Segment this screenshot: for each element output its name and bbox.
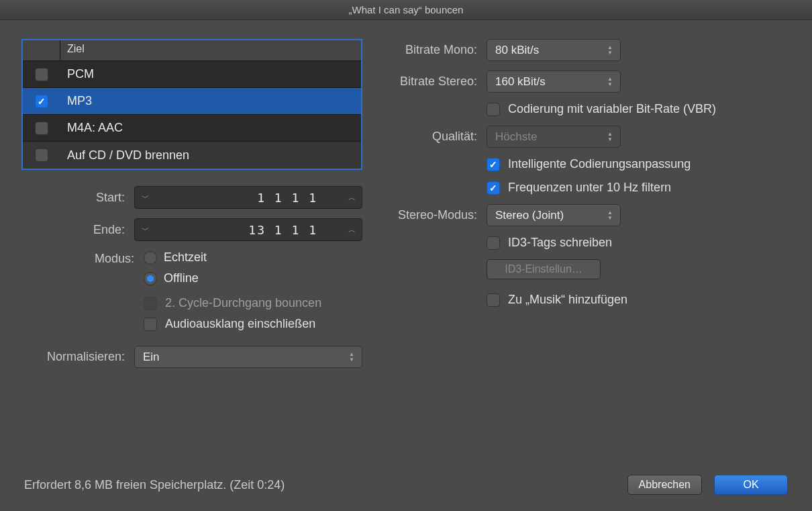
bitrate-stereo-select[interactable]: 160 kBit/s ▲▼ <box>487 71 621 93</box>
modus-realtime-radio[interactable] <box>144 251 157 265</box>
stereo-mode-label: Stereo-Modus: <box>376 208 487 222</box>
destination-row-pcm[interactable]: PCM <box>23 61 361 88</box>
destination-row-mp3[interactable]: MP3 <box>23 88 361 115</box>
cancel-button[interactable]: Abbrechen <box>627 475 702 495</box>
modus-label: Modus: <box>21 250 144 266</box>
start-value[interactable]: 1 1 1 1 <box>155 191 342 205</box>
smart-encode-checkbox[interactable] <box>487 158 500 171</box>
destination-label-cddvd: Auf CD / DVD brennen <box>60 148 361 162</box>
destination-label-mp3: MP3 <box>60 94 361 108</box>
cycle2-option: 2. Cycle-Durchgang bouncen <box>144 296 362 310</box>
smart-encode-label: Intelligente Codierungsanpassung <box>508 157 691 171</box>
bitrate-mono-label: Bitrate Mono: <box>376 43 487 57</box>
normalize-value: Ein <box>143 351 160 364</box>
destination-checkbox-mp3[interactable] <box>35 95 48 108</box>
chevron-updown-icon: ▲▼ <box>605 74 615 89</box>
add-to-music-checkbox[interactable] <box>487 293 500 307</box>
quality-select: Höchste ▲▼ <box>487 126 621 148</box>
quality-label: Qualität: <box>376 130 487 144</box>
start-stepper[interactable]: ﹀ 1 1 1 1 ︿ <box>134 186 362 209</box>
end-increment-icon[interactable]: ︿ <box>342 219 362 240</box>
destination-row-m4a[interactable]: M4A: AAC <box>23 115 361 142</box>
destination-checkbox-m4a[interactable] <box>35 122 48 135</box>
end-label: Ende: <box>21 223 134 237</box>
id3-write-checkbox[interactable] <box>487 236 500 250</box>
stereo-mode-value: Stereo (Joint) <box>495 209 564 222</box>
id3-write-option[interactable]: ID3-Tags schreiben <box>487 236 612 250</box>
add-to-music-option[interactable]: Zu „Musik“ hinzufügen <box>487 293 627 307</box>
id3-settings-button: ID3-Einstellun… <box>487 259 601 279</box>
vbr-checkbox[interactable] <box>487 103 500 116</box>
modus-offline-label: Offline <box>164 271 199 285</box>
filter-10hz-option[interactable]: Frequenzen unter 10 Hz filtern <box>487 181 671 195</box>
vbr-option[interactable]: Codierung mit variabler Bit-Rate (VBR) <box>487 102 716 116</box>
filter-10hz-checkbox[interactable] <box>487 181 500 195</box>
cycle2-label: 2. Cycle-Durchgang bouncen <box>165 296 321 310</box>
destination-header-label: Ziel <box>60 40 361 60</box>
audiotail-label: Audioausklang einschließen <box>165 317 315 331</box>
destination-header: Ziel <box>23 40 361 61</box>
start-decrement-icon[interactable]: ﹀ <box>135 187 155 208</box>
add-to-music-label: Zu „Musik“ hinzufügen <box>508 293 627 307</box>
bitrate-stereo-value: 160 kBit/s <box>495 75 546 89</box>
modus-realtime-label: Echtzeit <box>164 250 207 265</box>
chevron-updown-icon: ▲▼ <box>605 42 615 58</box>
destination-label-m4a: M4A: AAC <box>60 121 361 135</box>
chevron-updown-icon: ▲▼ <box>605 129 615 144</box>
ok-button[interactable]: OK <box>714 475 788 495</box>
bitrate-mono-value: 80 kBit/s <box>495 44 539 57</box>
chevron-updown-icon: ▲▼ <box>605 207 615 223</box>
window-titlebar: „What I can say“ bouncen <box>0 0 812 20</box>
modus-realtime-option[interactable]: Echtzeit <box>144 250 362 265</box>
start-label: Start: <box>21 191 134 205</box>
cycle2-checkbox <box>144 297 157 310</box>
audiotail-option[interactable]: Audioausklang einschließen <box>144 317 362 331</box>
normalize-label: Normalisieren: <box>21 350 134 364</box>
window-title: „What I can say“ bouncen <box>349 4 464 15</box>
smart-encode-option[interactable]: Intelligente Codierungsanpassung <box>487 157 691 171</box>
modus-offline-option[interactable]: Offline <box>144 271 362 285</box>
end-decrement-icon[interactable]: ﹀ <box>135 219 155 240</box>
destination-table: Ziel PCM MP3 M4A: AAC Auf CD / DVD brenn… <box>21 39 362 170</box>
end-stepper[interactable]: ﹀ 13 1 1 1 ︿ <box>134 218 362 241</box>
filter-10hz-label: Frequenzen unter 10 Hz filtern <box>508 181 671 195</box>
bitrate-mono-select[interactable]: 80 kBit/s ▲▼ <box>487 39 621 61</box>
chevron-updown-icon: ▲▼ <box>347 349 356 365</box>
start-increment-icon[interactable]: ︿ <box>342 187 362 208</box>
bitrate-stereo-label: Bitrate Stereo: <box>376 75 487 89</box>
destination-checkbox-cddvd[interactable] <box>35 148 48 162</box>
modus-radio-group: Echtzeit Offline 2. Cycle-Durchgang boun… <box>144 250 362 331</box>
quality-value: Höchste <box>495 130 537 144</box>
modus-offline-radio[interactable] <box>144 272 157 285</box>
id3-write-label: ID3-Tags schreiben <box>508 236 612 250</box>
normalize-select[interactable]: Ein ▲▼ <box>134 346 362 368</box>
destination-row-cddvd[interactable]: Auf CD / DVD brennen <box>23 142 361 169</box>
vbr-label: Codierung mit variabler Bit-Rate (VBR) <box>508 102 716 116</box>
audiotail-checkbox[interactable] <box>144 318 157 331</box>
destination-label-pcm: PCM <box>60 67 361 81</box>
destination-checkbox-pcm[interactable] <box>35 68 48 81</box>
stereo-mode-select[interactable]: Stereo (Joint) ▲▼ <box>487 204 621 226</box>
end-value[interactable]: 13 1 1 1 <box>155 223 342 237</box>
status-text: Erfordert 8,6 MB freien Speicherplatz. (… <box>24 478 285 492</box>
